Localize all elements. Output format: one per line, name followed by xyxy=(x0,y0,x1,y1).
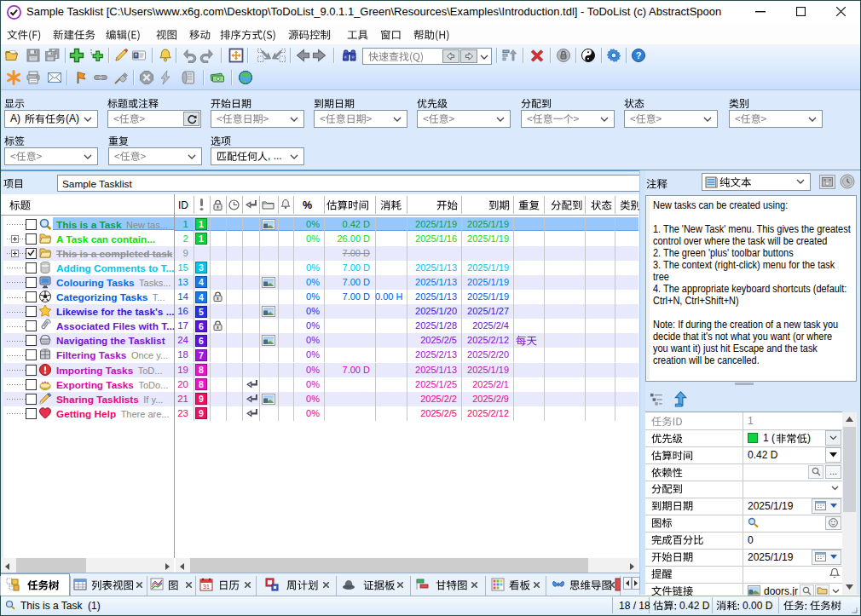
svg-text:?: ? xyxy=(636,50,642,60)
svg-text:31: 31 xyxy=(203,584,210,590)
